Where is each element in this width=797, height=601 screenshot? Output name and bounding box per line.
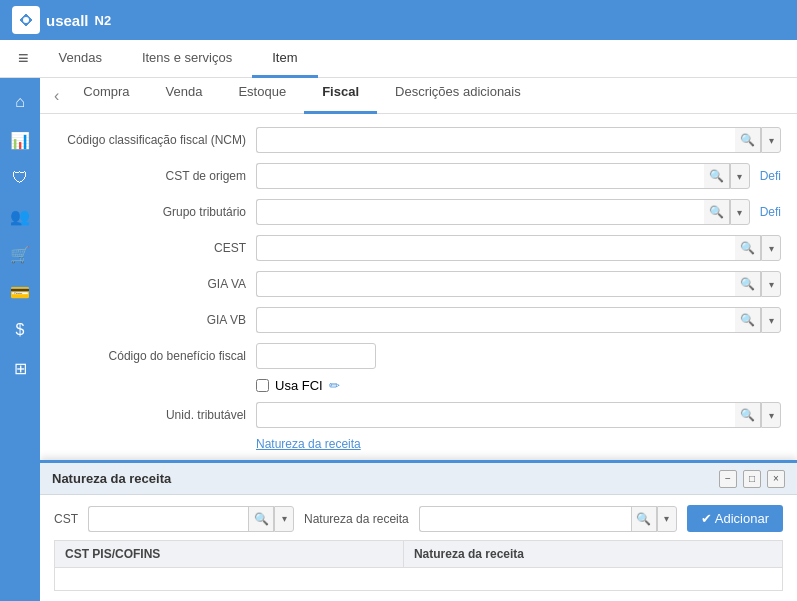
unid-trib-label: Unid. tributável <box>56 408 256 422</box>
ncm-dropdown-btn[interactable]: ▾ <box>761 127 781 153</box>
modal-natureza-search-group: 🔍 ▾ <box>419 506 677 532</box>
sidebar: ⌂ 📊 🛡 👥 🛒 💳 $ ⊞ <box>0 78 40 601</box>
modal-cst-search-group: 🔍 ▾ <box>88 506 294 532</box>
gia-vb-dropdown-btn[interactable]: ▾ <box>761 307 781 333</box>
tab-itens[interactable]: Itens e serviços <box>122 40 252 78</box>
pencil-icon[interactable]: ✏ <box>329 378 340 393</box>
natureza-modal: Natureza da receita − □ × CST 🔍 ▾ <box>40 460 797 601</box>
cst-origem-dropdown-btn[interactable]: ▾ <box>730 163 750 189</box>
hamburger-icon[interactable]: ≡ <box>8 48 39 69</box>
cst-origem-defi-link[interactable]: Defi <box>760 169 781 183</box>
modal-title-controls: − □ × <box>719 470 785 488</box>
gia-va-search-group: 🔍 ▾ <box>256 271 781 297</box>
modal-maximize-btn[interactable]: □ <box>743 470 761 488</box>
grupo-trib-defi-link[interactable]: Defi <box>760 205 781 219</box>
cest-label: CEST <box>56 241 256 255</box>
card-icon[interactable]: 💳 <box>4 276 36 308</box>
cst-origem-input[interactable] <box>256 163 704 189</box>
gia-va-row: GIA VA 🔍 ▾ <box>56 270 781 298</box>
cest-dropdown-btn[interactable]: ▾ <box>761 235 781 261</box>
table-col-cst: CST PIS/COFINS <box>55 541 404 567</box>
modal-natureza-input[interactable] <box>419 506 631 532</box>
gia-vb-wrap: 🔍 ▾ <box>256 307 781 333</box>
ncm-search-btn[interactable]: 🔍 <box>735 127 761 153</box>
modal-cst-label: CST <box>54 512 78 526</box>
cest-search-group: 🔍 ▾ <box>256 235 781 261</box>
gia-vb-label: GIA VB <box>56 313 256 327</box>
modal-title-bar: Natureza da receita − □ × <box>40 463 797 495</box>
sub-tab-fiscal[interactable]: Fiscal <box>304 78 377 114</box>
cst-origem-wrap: 🔍 ▾ Defi <box>256 163 781 189</box>
sub-tab-compra[interactable]: Compra <box>65 78 147 114</box>
svg-point-0 <box>23 17 29 23</box>
unid-trib-search-btn[interactable]: 🔍 <box>735 402 761 428</box>
grupo-trib-row: Grupo tributário 🔍 ▾ Defi <box>56 198 781 226</box>
gia-va-input[interactable] <box>256 271 735 297</box>
grupo-trib-wrap: 🔍 ▾ Defi <box>256 199 781 225</box>
ncm-search-group: 🔍 ▾ <box>256 127 781 153</box>
gia-va-dropdown-btn[interactable]: ▾ <box>761 271 781 297</box>
cst-origem-search-group: 🔍 ▾ <box>256 163 750 189</box>
grupo-trib-input[interactable] <box>256 199 704 225</box>
cest-row: CEST 🔍 ▾ <box>56 234 781 262</box>
adicionar-button[interactable]: ✔ Adicionar <box>687 505 783 532</box>
modal-cst-dropdown-btn[interactable]: ▾ <box>274 506 294 532</box>
beneficio-label: Código do benefício fiscal <box>56 349 256 363</box>
chart-icon[interactable]: 📊 <box>4 124 36 156</box>
gia-va-search-btn[interactable]: 🔍 <box>735 271 761 297</box>
sub-tab-arrow-left[interactable]: ‹ <box>48 87 65 105</box>
cst-origem-search-btn[interactable]: 🔍 <box>704 163 730 189</box>
sub-tabs: ‹ Compra Venda Estoque Fiscal Descrições… <box>40 78 797 114</box>
modal-close-btn[interactable]: × <box>767 470 785 488</box>
gia-va-wrap: 🔍 ▾ <box>256 271 781 297</box>
gia-va-label: GIA VA <box>56 277 256 291</box>
gia-vb-search-group: 🔍 ▾ <box>256 307 781 333</box>
modal-natureza-dropdown-btn[interactable]: ▾ <box>657 506 677 532</box>
gia-vb-search-btn[interactable]: 🔍 <box>735 307 761 333</box>
grid-icon[interactable]: ⊞ <box>4 352 36 384</box>
tab-vendas[interactable]: Vendas <box>39 40 122 78</box>
modal-natureza-label: Natureza da receita <box>304 512 409 526</box>
top-bar: useall N2 <box>0 0 797 40</box>
gia-vb-input[interactable] <box>256 307 735 333</box>
modal-minimize-btn[interactable]: − <box>719 470 737 488</box>
natureza-link[interactable]: Natureza da receita <box>256 437 781 451</box>
nav-tabs-bar: ≡ Vendas Itens e serviços Item <box>0 40 797 78</box>
sub-tab-descricoes[interactable]: Descrições adicionais <box>377 78 539 114</box>
grupo-trib-search-btn[interactable]: 🔍 <box>704 199 730 225</box>
sub-tab-estoque[interactable]: Estoque <box>220 78 304 114</box>
cst-origem-row: CST de origem 🔍 ▾ Defi <box>56 162 781 190</box>
main-layout: ⌂ 📊 🛡 👥 🛒 💳 $ ⊞ ‹ Compra Venda Estoque F… <box>0 78 797 601</box>
modal-cst-search-btn[interactable]: 🔍 <box>248 506 274 532</box>
sub-tab-venda[interactable]: Venda <box>148 78 221 114</box>
brand-version: N2 <box>95 13 112 28</box>
ncm-input[interactable] <box>256 127 735 153</box>
tab-item[interactable]: Item <box>252 40 317 78</box>
cart-icon[interactable]: 🛒 <box>4 238 36 270</box>
logo-icon <box>12 6 40 34</box>
beneficio-input[interactable] <box>256 343 376 369</box>
brand-text: useall <box>46 12 89 29</box>
modal-title: Natureza da receita <box>52 471 171 486</box>
usa-fci-checkbox[interactable] <box>256 379 269 392</box>
usa-fci-label: Usa FCI <box>275 378 323 393</box>
unid-trib-wrap: 🔍 ▾ <box>256 402 781 428</box>
modal-form-row: CST 🔍 ▾ Natureza da receita 🔍 ▾ ✔ Adic <box>54 505 783 532</box>
gia-vb-row: GIA VB 🔍 ▾ <box>56 306 781 334</box>
cest-search-btn[interactable]: 🔍 <box>735 235 761 261</box>
unid-trib-input[interactable] <box>256 402 735 428</box>
grupo-trib-dropdown-btn[interactable]: ▾ <box>730 199 750 225</box>
cest-input[interactable] <box>256 235 735 261</box>
unid-trib-row: Unid. tributável 🔍 ▾ <box>56 401 781 429</box>
modal-cst-input[interactable] <box>88 506 248 532</box>
modal-body: CST 🔍 ▾ Natureza da receita 🔍 ▾ ✔ Adic <box>40 495 797 601</box>
modal-natureza-search-btn[interactable]: 🔍 <box>631 506 657 532</box>
ncm-label: Código classificação fiscal (NCM) <box>56 133 256 147</box>
people-icon[interactable]: 👥 <box>4 200 36 232</box>
content-area: ‹ Compra Venda Estoque Fiscal Descrições… <box>40 78 797 601</box>
home-icon[interactable]: ⌂ <box>4 86 36 118</box>
unid-trib-dropdown-btn[interactable]: ▾ <box>761 402 781 428</box>
dollar-icon[interactable]: $ <box>4 314 36 346</box>
beneficio-wrap <box>256 343 781 369</box>
shield-icon[interactable]: 🛡 <box>4 162 36 194</box>
